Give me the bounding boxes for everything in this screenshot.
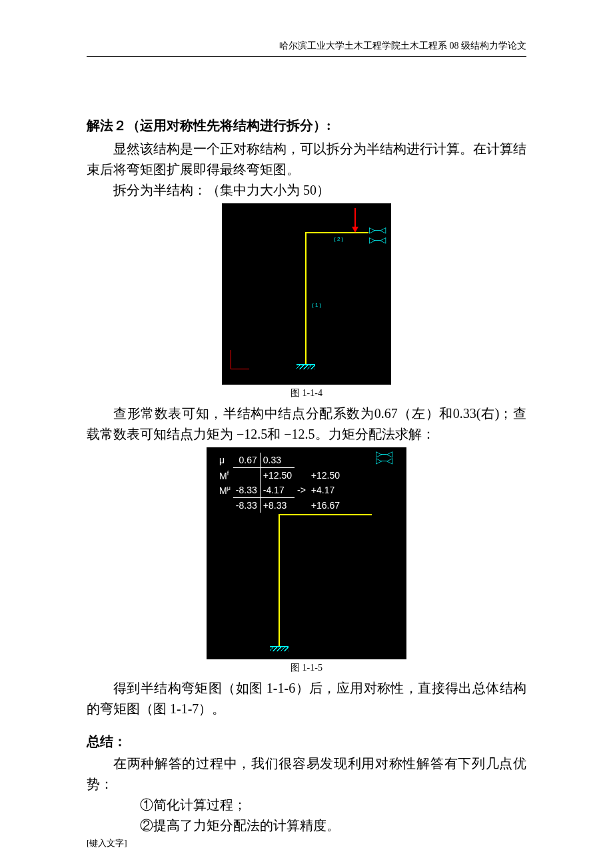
member-label-2: ( 2 ) bbox=[334, 236, 343, 242]
beam-member bbox=[279, 514, 372, 515]
mmu-far: +4.17 bbox=[308, 483, 342, 498]
summary-title: 总结： bbox=[87, 733, 526, 751]
ground-hatch-icon bbox=[270, 647, 289, 651]
row-mf-label: Mf bbox=[217, 468, 233, 483]
mu-right: 0.33 bbox=[260, 453, 295, 468]
mf-mid bbox=[295, 468, 308, 483]
mf-right: +12.50 bbox=[260, 468, 295, 483]
row-mu-label: μ bbox=[217, 453, 233, 468]
page-header: 哈尔滨工业大学土木工程学院土木工程系 08 级结构力学论文 bbox=[87, 40, 526, 57]
ground-hatch-icon bbox=[297, 365, 315, 369]
axis-x-icon bbox=[231, 369, 249, 369]
figure-caption-1: 图 1-1-4 bbox=[87, 387, 526, 399]
footer-placeholder: [键入文字] bbox=[87, 837, 526, 849]
sum-mid bbox=[295, 498, 308, 513]
figure-1-1-4: ▷─◁▷─◁ ( 1 ) ( 2 ) bbox=[222, 203, 391, 385]
summary-item-1: ①简化计算过程； bbox=[87, 795, 526, 815]
sum-left: -8.33 bbox=[233, 498, 260, 513]
summary-p1: 在两种解答的过程中，我们很容易发现利用对称性解答有下列几点优势： bbox=[87, 753, 526, 795]
method2-p2: 拆分为半结构：（集中力大小为 50） bbox=[87, 180, 526, 201]
mmu-left: -8.33 bbox=[233, 483, 260, 498]
mu-far bbox=[308, 453, 342, 468]
figure-caption-2: 图 1-1-5 bbox=[87, 662, 526, 674]
load-arrow-icon bbox=[354, 208, 356, 228]
figure-1-1-5: μ 0.67 0.33 Mf +12.50 +12.50 Mμ -8.33 -4 bbox=[207, 447, 406, 659]
axis-y-icon bbox=[231, 350, 231, 369]
mu-left: 0.67 bbox=[233, 453, 260, 468]
mmu-mid: -> bbox=[295, 483, 308, 498]
method2-p3: 查形常数表可知，半结构中结点分配系数为0.67（左）和0.33(右)；查载常数表… bbox=[87, 403, 526, 445]
moment-distribution-table: μ 0.67 0.33 Mf +12.50 +12.50 Mμ -8.33 -4 bbox=[217, 453, 342, 513]
summary-item-2: ②提高了力矩分配法的计算精度。 bbox=[87, 815, 526, 836]
mu-mid bbox=[295, 453, 308, 468]
row-mmu-label: Mμ bbox=[217, 483, 233, 498]
roller-support-icon: ▷─◁▷─◁ bbox=[369, 225, 385, 245]
method2-p4: 得到半结构弯矩图（如图 1-1-6）后，应用对称性，直接得出总体结构的弯矩图（图… bbox=[87, 678, 526, 719]
method2-title: 解法２（运用对称性先将结构进行拆分）: bbox=[87, 117, 526, 135]
load-arrowhead-icon bbox=[352, 227, 358, 233]
mf-far: +12.50 bbox=[308, 468, 342, 483]
row-sum-label bbox=[217, 498, 233, 513]
roller-support-icon: ▷─◁▷─◁ bbox=[376, 451, 392, 464]
column-member bbox=[279, 514, 280, 646]
column-member bbox=[305, 232, 306, 364]
method2-p1: 显然该结构是一个正对称结构，可以拆分为半结构进行计算。在计算结束后将弯矩图扩展即… bbox=[87, 139, 526, 180]
mmu-right: -4.17 bbox=[260, 483, 295, 498]
mf-left bbox=[233, 468, 260, 483]
beam-member bbox=[305, 232, 368, 233]
sum-far: +16.67 bbox=[308, 498, 342, 513]
member-label-1: ( 1 ) bbox=[312, 302, 321, 308]
sum-right: +8.33 bbox=[260, 498, 295, 513]
